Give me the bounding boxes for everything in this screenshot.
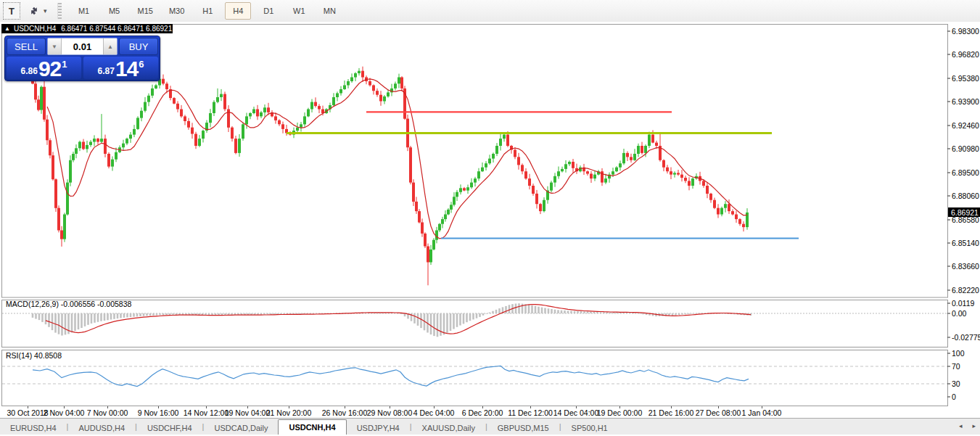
price-axis-tick: 6.83660 <box>952 262 979 271</box>
time-axis-label: 4 Dec 04:00 <box>413 408 455 417</box>
time-axis-label: 19 Nov 04:00 <box>225 408 270 417</box>
volume-stepper: ▼ 0.01 ▲ <box>47 38 118 55</box>
time-axis-label: 11 Dec 12:00 <box>508 408 553 417</box>
current-price-tag: 6.86921 <box>948 207 980 217</box>
time-axis-label: 9 Nov 16:00 <box>138 408 179 417</box>
chart-symbol-title: USDCNH,H4 <box>14 25 56 33</box>
rsi-axis-tick: 70 <box>952 362 960 371</box>
chart-tab-usdcad-daily[interactable]: USDCAD,Daily <box>204 421 278 435</box>
chart-tab-gbpusd-m15[interactable]: GBPUSD,M15 <box>487 421 559 435</box>
rsi-axis-tick: 100 <box>952 349 965 358</box>
macd-axis-tick: 0.00 <box>952 309 966 318</box>
timeframe-button-m1[interactable]: M1 <box>71 2 97 20</box>
time-axis: 30 Oct 20182 Nov 04:007 Nov 00:009 Nov 1… <box>0 406 980 418</box>
timeframe-button-m5[interactable]: M5 <box>102 2 128 20</box>
price-axis-tick: 6.93900 <box>952 97 979 106</box>
rsi-indicator-label: RSI(14) 40.8508 <box>6 351 62 360</box>
collapse-triangle-icon[interactable]: ▲ <box>4 25 10 32</box>
price-axis-tick: 6.82220 <box>952 286 979 295</box>
sell-price-big: 92 <box>38 59 61 78</box>
time-axis-label: 21 Nov 20:00 <box>266 408 311 417</box>
macd-axis-tick: 0.0119 <box>952 299 974 308</box>
tab-scroll-right-icon[interactable]: ▸ <box>972 422 976 429</box>
timeframe-button-h1[interactable]: H1 <box>194 2 221 20</box>
time-axis-label: 1 Jan 04:00 <box>742 408 782 417</box>
macd-axis-tick: -0.027754 <box>952 333 980 342</box>
timeframe-button-mn[interactable]: MN <box>316 2 342 20</box>
mt4-window: T ▾ M1M5M15M30H1H4D1W1MN ▲ USDCNH,H4 6.8… <box>0 0 980 436</box>
price-axis-tick: 6.89500 <box>952 168 979 177</box>
buy-button[interactable]: BUY <box>119 38 158 55</box>
time-axis-label: 19 Dec 00:00 <box>597 408 642 417</box>
chart-tab-usdjpy-h4[interactable]: USDJPY,H4 <box>347 421 410 435</box>
price-axis-tick: 6.88060 <box>952 192 979 200</box>
price-axis-tick: 6.98300 <box>952 27 979 36</box>
text-label-tool-icon[interactable]: T <box>3 2 20 20</box>
buy-price-prefix: 6.87 <box>98 66 115 76</box>
rsi-axis-tick: 0 <box>952 392 956 401</box>
sell-price-pipette: 1 <box>62 59 67 70</box>
timeframe-button-h4[interactable]: H4 <box>225 2 251 20</box>
tool-dropdown-caret-icon[interactable]: ▾ <box>44 7 47 15</box>
buy-price-pipette: 6 <box>139 59 144 70</box>
price-axis-tick: 6.95380 <box>952 74 979 83</box>
time-axis-label: 14 Dec 04:00 <box>553 408 598 417</box>
chart-tab-usdchf-h4[interactable]: USDCHF,H4 <box>137 421 202 435</box>
time-axis-label: 6 Dec 20:00 <box>462 408 503 417</box>
timeframe-button-m15[interactable]: M15 <box>132 2 159 20</box>
one-click-trading-panel: SELL ▼ 0.01 ▲ BUY 6.86 92 1 6.87 14 6 <box>4 36 160 81</box>
toolbar-grip-handle[interactable] <box>57 3 62 19</box>
rsi-axis-tick: 30 <box>952 379 960 388</box>
sell-price-prefix: 6.86 <box>21 66 38 76</box>
sell-quote-button[interactable]: 6.86 92 1 <box>7 57 81 79</box>
macd-indicator-label: MACD(12,26,9) -0.006556 -0.005838 <box>6 300 131 308</box>
time-axis-label: 27 Dec 08:00 <box>696 408 741 417</box>
top-toolbar: T ▾ M1M5M15M30H1H4D1W1MN <box>0 0 980 22</box>
tab-scroll-left-icon[interactable]: ◂ <box>959 422 963 429</box>
time-axis-label: 26 Nov 16:00 <box>322 408 367 417</box>
price-axis-tick: 6.96820 <box>952 50 979 59</box>
buy-quote-button[interactable]: 6.87 14 6 <box>83 57 158 79</box>
timeframe-button-w1[interactable]: W1 <box>286 2 312 20</box>
time-axis-label: 2 Nov 04:00 <box>44 408 85 417</box>
chart-tab-audusd-h4[interactable]: AUDUSD,H4 <box>68 421 135 435</box>
time-axis-label: 14 Nov 12:00 <box>184 408 228 417</box>
chart-ohlc-values: 6.86471 6.87544 6.86471 6.86921 <box>61 25 172 33</box>
chart-tab-sp500-h1[interactable]: SP500,H1 <box>561 421 618 435</box>
price-axis-tick: 6.90980 <box>952 144 979 153</box>
timeframe-button-m30[interactable]: M30 <box>163 2 190 20</box>
volume-decrement-button[interactable]: ▼ <box>48 38 62 54</box>
chart-window: ▲ USDCNH,H4 6.86471 6.87544 6.86471 6.86… <box>0 22 980 406</box>
tab-scroll-arrows: ◂ ▸ <box>959 422 976 429</box>
time-axis-label: 21 Dec 16:00 <box>648 408 693 417</box>
chart-tab-bar: EURUSD,H4|AUDUSD,H4|USDCHF,H4|USDCAD,Dai… <box>0 418 980 435</box>
timeframe-toolbar: M1M5M15M30H1H4D1W1MN <box>69 2 345 20</box>
chart-title-bar: ▲ USDCNH,H4 6.86471 6.87544 6.86471 6.86… <box>1 24 173 33</box>
chart-tab-usdcnh-h4[interactable]: USDCNH,H4 <box>278 419 346 435</box>
sell-button[interactable]: SELL <box>7 38 46 55</box>
time-axis-label: 30 Oct 2018 <box>7 408 48 417</box>
timeframe-button-d1[interactable]: D1 <box>255 2 281 20</box>
chart-tab-xauusd-daily[interactable]: XAUUSD,Daily <box>412 421 485 435</box>
time-axis-label: 7 Nov 00:00 <box>87 408 128 417</box>
buy-price-big: 14 <box>115 59 138 78</box>
chart-tab-eurusd-h4[interactable]: EURUSD,H4 <box>0 421 67 435</box>
time-axis-label: 29 Nov 08:00 <box>367 408 412 417</box>
volume-increment-button[interactable]: ▲ <box>103 38 117 54</box>
price-axis-tick: 6.85140 <box>952 239 979 247</box>
price-axis-tick: 6.92460 <box>952 121 979 130</box>
volume-value[interactable]: 0.01 <box>62 38 103 54</box>
order-arrows-icon[interactable] <box>26 3 42 19</box>
